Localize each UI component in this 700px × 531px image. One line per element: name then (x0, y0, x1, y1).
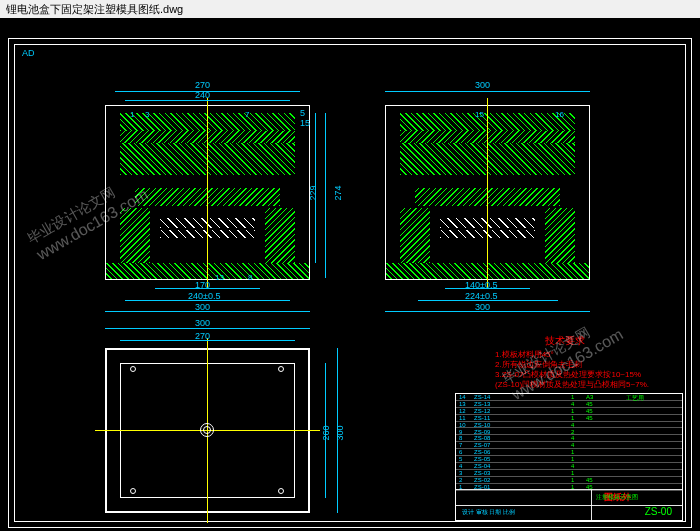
bom-row: 2ZS-02145 (456, 477, 682, 484)
bom-row: 11ZS-11145 (456, 415, 682, 422)
hole-br (278, 488, 284, 494)
bom-row: 10ZS-104 (456, 422, 682, 429)
cad-canvas: AD 270 240 1 3 7 5 15 274 229 170 240±0.… (0, 18, 700, 531)
plan-dim-260t: 260 (321, 425, 331, 440)
bom-row: 12ZS-12145 (456, 408, 682, 415)
hole-bl (130, 488, 136, 494)
bom-row: 6ZS-061 (456, 449, 682, 456)
hole-tl (130, 366, 136, 372)
tb-footer: 设计 审核 日期 比例 (462, 508, 515, 517)
bom-row: 4ZS-044 (456, 463, 682, 470)
plan-dim-300t: 300 (195, 318, 210, 328)
title-block: 14ZS-141A3工艺用13ZS-1344512ZS-1214511ZS-11… (455, 393, 683, 521)
plan-dim-270t: 270 (195, 331, 210, 341)
drawing-no: ZS-00 (645, 506, 672, 517)
bom-row: 9ZS-092 (456, 429, 682, 436)
bom-row: 14ZS-141A3工艺用 (456, 394, 682, 401)
tb-div-1 (456, 489, 682, 490)
bom-row: 8ZS-084 (456, 435, 682, 442)
bom-row: 5ZS-051 (456, 456, 682, 463)
hole-tr (278, 366, 284, 372)
tb-mold-label: 注塑模具示意图 (596, 493, 638, 502)
bom-row: 3ZS-031 (456, 470, 682, 477)
plan-dim-300 (105, 328, 310, 329)
tb-vdiv (591, 490, 592, 520)
center-hole-inner (203, 426, 211, 434)
bom-row: 7ZS-074 (456, 442, 682, 449)
file-name: 锂电池盒下固定架注塑模具图纸.dwg (6, 3, 183, 15)
file-title-bar: 锂电池盒下固定架注塑模具图纸.dwg (0, 0, 700, 18)
plan-dim-300vt: 300 (335, 425, 345, 440)
bom-row: 13ZS-13445 (456, 401, 682, 408)
